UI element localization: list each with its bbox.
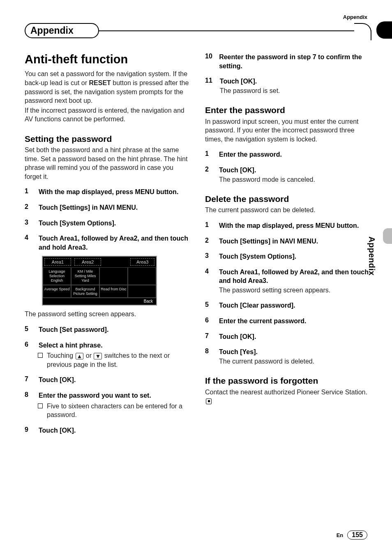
step-number: 10 [205, 53, 212, 70]
enter-intro: In password input screen, you must enter… [205, 117, 371, 144]
step-8-bullet: Five to sixteen characters can be entere… [38, 402, 191, 419]
step-number: 1 [25, 188, 31, 197]
bullet-text-b: or [84, 352, 93, 359]
step-11: 11 Touch [OK]. The password is set. [205, 77, 371, 95]
screenshot-grid: Language Selection English KM / Mile Set… [43, 267, 156, 298]
ss-cell: Average Speed [43, 285, 71, 298]
step-text: Touch Area1, followed by Area2, and then… [39, 235, 188, 251]
square-bullet-icon [38, 353, 43, 358]
step-5: 5 Touch [Set password]. [25, 325, 191, 334]
step-text: Enter the password you want to set. [39, 392, 151, 399]
ss-cell: Language Selection English [43, 267, 71, 285]
square-bullet-icon [38, 403, 43, 408]
ss-cell [128, 285, 156, 298]
step-text: Touch [Settings] in NAVI MENU. [219, 238, 318, 245]
step-8: 8 Enter the password you want to set. [25, 391, 191, 400]
step-number: 8 [25, 391, 31, 400]
bullet-text: Touching ▲ or ▼ switches to the next or … [47, 351, 191, 369]
delete-step-5: 5 Touch [Clear password]. [205, 301, 371, 310]
delete-step-4-after: The password setting screen appears. [219, 286, 371, 295]
enter-step-2: 2 Touch [OK]. The password mode is cance… [205, 166, 371, 184]
side-tab-black [376, 21, 392, 39]
delete-step-8-after: The current password is deleted. [219, 357, 314, 366]
bullet-text: Five to sixteen characters can be entere… [47, 402, 191, 419]
step-text: Touch [System Options]. [39, 220, 116, 227]
step-number: 4 [205, 268, 212, 295]
header-small-label: Appendix [343, 14, 367, 20]
step-number: 7 [25, 375, 31, 385]
step-7: 7 Touch [OK]. [25, 375, 191, 385]
delete-step-7: 7 Touch [OK]. [205, 332, 371, 341]
step-number: 3 [205, 252, 212, 261]
delete-step-2: 2 Touch [Settings] in NAVI MENU. [205, 237, 371, 246]
intro-paragraph-1: You can set a password for the navigatio… [25, 70, 191, 105]
delete-intro: The current password can be deleted. [205, 206, 371, 215]
heading-delete-password: Delete the password [205, 194, 371, 204]
footer-page-number: 155 [347, 531, 367, 540]
side-tab-gray [383, 228, 392, 244]
step-number: 8 [205, 348, 212, 366]
screenshot-areas-row: Area1 Area2 Area3 [43, 257, 156, 267]
bullet-text-a: Touching [47, 352, 75, 359]
step-text: With the map displayed, press MENU butto… [219, 222, 359, 229]
step-number: 7 [205, 332, 212, 341]
enter-step-1: 1 Enter the password. [205, 150, 371, 159]
heading-forgotten-password: If the password is forgotten [205, 375, 371, 386]
ss-cell [128, 267, 156, 285]
step-text: Touch [Yes]. [219, 348, 258, 355]
step-9: 9 Touch [OK]. [25, 426, 191, 435]
setting-intro: Set both the password and a hint phrase … [25, 146, 191, 181]
step-6-bullet: Touching ▲ or ▼ switches to the next or … [38, 351, 191, 369]
area1-label: Area1 [44, 258, 71, 266]
ss-cell: Background Picture Setting [71, 285, 99, 298]
step-1: 1 With the map displayed, press MENU but… [25, 188, 191, 197]
ss-cell: KM / Mile Setting Miles Yard [71, 267, 99, 285]
step-text: With the map displayed, press MENU butto… [39, 188, 178, 195]
delete-step-6: 6 Enter the current password. [205, 317, 371, 326]
step-number: 2 [205, 166, 212, 184]
delete-step-1: 1 With the map displayed, press MENU but… [205, 221, 371, 230]
step-11-after: The password is set. [220, 86, 280, 95]
section-tab: Appendix [25, 23, 371, 41]
enter-step-2-after: The password mode is canceled. [219, 175, 315, 184]
step-text: Touch [OK]. [219, 333, 256, 340]
screenshot-back-label: Back [43, 298, 156, 305]
delete-step-3: 3 Touch [System Options]. [205, 252, 371, 261]
step-number: 2 [205, 237, 212, 246]
two-column-layout: Anti-theft function You can set a passwo… [25, 53, 371, 435]
up-arrow-icon: ▲ [76, 353, 84, 359]
step-3: 3 Touch [System Options]. [25, 219, 191, 228]
step-number: 3 [25, 219, 31, 228]
step-text: Touch [OK]. [39, 376, 76, 383]
left-column: Anti-theft function You can set a passwo… [25, 53, 191, 435]
delete-step-8: 8 Touch [Yes]. The current password is d… [205, 348, 371, 366]
intro-paragraph-2: If the incorrect password is entered, th… [25, 106, 191, 124]
tab-curve [354, 23, 371, 40]
ss-cell [99, 267, 128, 285]
step-2: 2 Touch [Settings] in NAVI MENU. [25, 203, 191, 212]
forgotten-text: Contact the nearest authorized Pioneer S… [205, 389, 367, 396]
step-6: 6 Select a hint phrase. [25, 341, 191, 350]
step-text: Touch [Settings] in NAVI MENU. [39, 204, 138, 211]
system-options-screenshot: Area1 Area2 Area3 Language Selection Eng… [42, 256, 157, 306]
step-text: Enter the password. [219, 151, 282, 158]
forgotten-intro: Contact the nearest authorized Pioneer S… [205, 388, 371, 405]
step-text: Touch [Set password]. [39, 326, 108, 333]
area2-label: Area2 [74, 258, 101, 266]
step-10: 10 Reenter the password in step 7 to con… [205, 53, 371, 70]
step-text: Reenter the password in step 7 to confir… [219, 53, 362, 70]
step-number: 5 [205, 301, 212, 310]
step-text: Select a hint phrase. [39, 342, 103, 349]
page-root: Appendix Appendix Appendix Anti-theft fu… [0, 0, 392, 556]
delete-step-4: 4 Touch Area1, followed by Area2, and th… [205, 268, 371, 295]
step-number: 5 [25, 325, 31, 334]
step-text: Touch [Clear password]. [219, 302, 295, 309]
heading-anti-theft: Anti-theft function [25, 53, 191, 66]
step-text: Touch [OK]. [220, 78, 257, 85]
step-number: 1 [205, 150, 212, 159]
area3-label: Area3 [130, 258, 154, 266]
step-text: Touch [OK]. [219, 167, 256, 174]
side-vertical-label: Appendix [367, 236, 376, 276]
step-number: 4 [25, 234, 31, 252]
heading-setting-password: Setting the password [25, 134, 191, 144]
